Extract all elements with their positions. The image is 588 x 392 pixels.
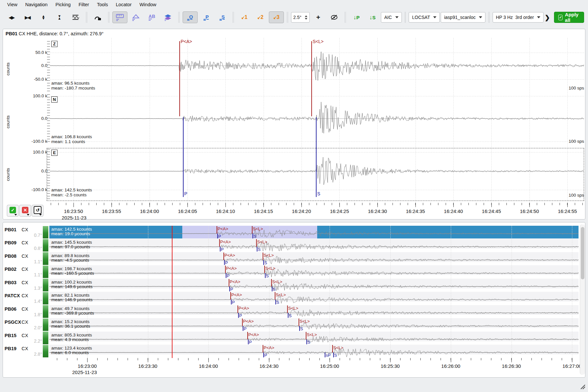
lock-amplitude-button[interactable] [90, 11, 105, 23]
automatic-pick-line[interactable] [263, 253, 263, 260]
pick-p-phase-button[interactable]: P [199, 11, 214, 23]
manual-pick-line[interactable] [238, 313, 239, 318]
automatic-pick-line[interactable] [311, 41, 312, 116]
revert-picks-button[interactable]: ↺ [32, 205, 43, 217]
row-amax: amax: 198.7 kcounts [51, 266, 92, 271]
toolbar-separator [345, 12, 346, 23]
picker-algorithm-select[interactable]: AIC [381, 12, 401, 23]
time-axis-label: 16:27:00 [563, 363, 581, 369]
ruler-icon [116, 14, 124, 21]
manual-pick-line[interactable] [325, 352, 325, 357]
automatic-pick-line[interactable] [217, 226, 217, 234]
manual-pick-line[interactable] [333, 352, 334, 357]
menu-tools[interactable]: Tools [93, 1, 112, 8]
expand-vertical-button[interactable]: ▲▼ [36, 11, 51, 23]
manual-pick-line[interactable] [263, 260, 264, 265]
pick-label: S [273, 287, 276, 292]
automatic-pick-line[interactable] [230, 292, 231, 300]
manual-pick-line[interactable] [263, 352, 264, 357]
automatic-pick-line[interactable] [264, 266, 265, 273]
pick-label: P [239, 313, 242, 318]
manual-pick-line[interactable] [265, 273, 266, 278]
automatic-pick-line[interactable] [287, 305, 288, 313]
station-waveforms[interactable] [49, 226, 579, 358]
automatic-pick-line[interactable] [179, 41, 180, 116]
menu-filter[interactable]: Filter [74, 1, 93, 8]
quality-bar [43, 266, 48, 278]
reject-picks-button[interactable]: ✕ [19, 205, 31, 217]
manual-pick-line[interactable] [306, 339, 307, 344]
manual-pick-line[interactable] [272, 286, 272, 291]
automatic-pick-line[interactable] [223, 253, 224, 260]
pick-s-phase-button[interactable]: S [215, 11, 230, 23]
automatic-pick-line[interactable] [306, 332, 306, 339]
uncertainty-2-button[interactable]: ↙2 [253, 11, 268, 23]
label-ab-button[interactable]: AB [144, 11, 159, 23]
expand-horizontal-button[interactable]: ◀▶ [4, 11, 19, 23]
toolbar-separator [287, 12, 288, 23]
vertical-scrollbar[interactable] [580, 224, 585, 375]
menu-view[interactable]: View [3, 1, 21, 8]
automatic-pick-line[interactable] [229, 279, 229, 286]
pick-label: S<L> [265, 266, 275, 271]
menu-locator[interactable]: Locator [112, 1, 136, 8]
trace-picker-panel[interactable]: PB01 CX HHE, distance: 0.7°, azimuth: 27… [3, 29, 585, 220]
automatic-pick-line[interactable] [237, 305, 238, 313]
manual-pick-line[interactable] [257, 247, 257, 252]
manual-pick-line[interactable] [316, 117, 317, 197]
automatic-pick-line[interactable] [263, 345, 263, 352]
menu-picking[interactable]: Picking [52, 1, 75, 8]
goto-next-p-button[interactable]: ↓P [349, 11, 364, 23]
goto-next-s-button[interactable]: ↓S [365, 11, 380, 23]
manual-pick-line[interactable] [288, 313, 288, 318]
limit-amplitude-button[interactable] [128, 11, 143, 23]
manual-pick-line[interactable] [248, 339, 249, 344]
confirm-picks-button[interactable]: ✓ [7, 205, 19, 217]
automatic-pick-line[interactable] [299, 318, 299, 326]
filter-select[interactable]: HP 3 Hz 3rd order [493, 12, 544, 23]
toolbar-overflow-button[interactable]: ❯ [545, 14, 550, 21]
angle-spinbox[interactable]: 2.5° [291, 12, 310, 23]
automatic-pick-line[interactable] [271, 279, 272, 286]
hide-traces-button[interactable] [327, 11, 342, 23]
uncertainty-3-button[interactable]: ↙3 [269, 11, 284, 23]
automatic-pick-line[interactable] [219, 239, 220, 247]
layers-button[interactable] [160, 11, 175, 23]
menu-window[interactable]: Window [136, 1, 160, 8]
collapse-vertical-button[interactable]: ▼▲ [52, 11, 67, 23]
normalize-amplitude-button[interactable] [68, 11, 83, 23]
manual-pick-line[interactable] [220, 247, 220, 252]
manual-pick-line[interactable] [224, 260, 225, 265]
menu-navigation[interactable]: Navigation [21, 1, 52, 8]
manual-pick-line[interactable] [299, 326, 300, 331]
manual-pick-line[interactable] [183, 117, 184, 197]
manual-pick-line[interactable] [275, 300, 276, 304]
spinbox-arrows-icon[interactable] [305, 15, 307, 20]
apply-all-button[interactable]: ✓ Apply all [554, 12, 584, 23]
uncertainty-1-button[interactable]: ↙1 [237, 11, 252, 23]
automatic-pick-line[interactable] [252, 226, 253, 234]
time-scale-button[interactable] [112, 11, 127, 23]
collapse-horizontal-button[interactable]: ▶◀ [20, 11, 35, 23]
row-amax: amax: 145.5 kcounts [51, 240, 92, 245]
trace-waveforms[interactable] [50, 38, 584, 201]
manual-pick-line[interactable] [229, 286, 230, 291]
resize-grip-icon[interactable] [580, 384, 585, 389]
manual-pick-line[interactable] [243, 326, 243, 331]
automatic-pick-line[interactable] [225, 266, 226, 273]
manual-pick-line[interactable] [217, 234, 218, 238]
automatic-pick-line[interactable] [275, 292, 275, 300]
automatic-pick-line[interactable] [247, 332, 248, 339]
pick-origin-button[interactable]: O [183, 11, 198, 23]
manual-pick-line[interactable] [226, 273, 226, 278]
locator-select[interactable]: LOCSAT [409, 12, 440, 23]
velocity-profile-select[interactable]: iasp91_scanloc [441, 12, 485, 23]
automatic-pick-line[interactable] [256, 239, 257, 247]
automatic-pick-line[interactable] [242, 318, 243, 326]
station-trace-list[interactable]: PB01CX0.7°amax: 142.5 kcountsmean: 19.0 … [3, 222, 585, 378]
automatic-pick-line[interactable] [332, 345, 333, 352]
scrollbar-thumb[interactable] [581, 227, 584, 279]
manual-pick-line[interactable] [231, 300, 232, 304]
add-button[interactable]: + [311, 11, 326, 23]
manual-pick-line[interactable] [253, 234, 253, 238]
